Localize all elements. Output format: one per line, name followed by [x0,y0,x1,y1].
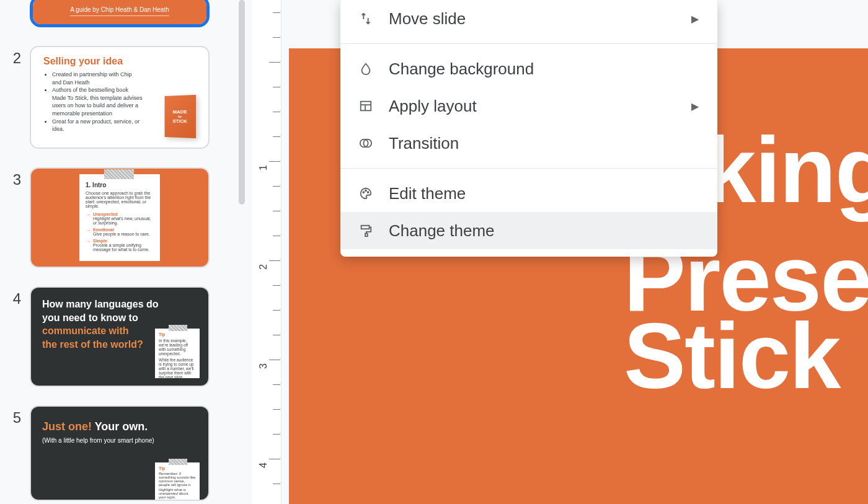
tip-heading: Tip [159,332,196,337]
thumbnail-row-4: 4 How many languages do you need to know… [0,286,228,387]
slide5-sub: (With a little help from your smart phon… [42,437,197,444]
slide5-title: Just one! Your own. [42,420,197,433]
tip-heading: Tip [159,466,196,471]
svg-rect-7 [365,234,368,237]
svg-point-4 [365,190,366,192]
menu-label: Change background [389,60,699,79]
layout-icon [359,99,389,113]
slide5-title-b: Your own. [92,420,148,433]
slide4-line: communicate with [42,325,129,336]
transition-icon [359,136,389,150]
slide3-lead: Choose one approach to grab the audience… [86,191,154,208]
slide3-desc: Give people a reason to care. [93,232,150,236]
menu-label: Move slide [389,9,691,29]
menu-label: Transition [389,134,699,153]
thumbnail-number: 3 [0,167,30,188]
book-word: MADE [165,109,197,115]
ruler-label: 4 [258,462,269,468]
slide2-bullet: Authors of the bestselling book Made To … [52,86,143,117]
svg-rect-6 [361,226,370,229]
menu-label: Change theme [389,221,699,241]
slide3-desc: Provide a simple unifying message for wh… [93,243,149,252]
book-word: STICK [165,118,197,124]
slide2-book-image: MADE to STICK [165,95,197,138]
svg-point-5 [368,192,369,193]
slide-thumbnail-panel: A guide by Chip Heath & Dan Heath 2 Sell… [0,0,236,504]
slide3-key: Unexpected [93,212,154,216]
slide2-title: Selling your idea [43,56,196,67]
thumbnail-row-3: 3 1. Intro Choose one approach to grab t… [0,167,228,268]
thumbnail-number: 4 [0,286,30,307]
menu-item-move-slide[interactable]: Move slide ▶ [340,0,717,37]
thumbnail-slide-2[interactable]: Selling your idea Created in partnership… [30,46,210,149]
slide3-key: Emotional [93,228,150,232]
thumbnail-row-2: 2 Selling your idea Created in partnersh… [0,46,228,149]
thumbnail-scrollbar-thumb[interactable] [239,0,245,205]
paint-roller-icon [359,224,389,237]
menu-label: Edit theme [389,184,699,203]
menu-item-transition[interactable]: Transition [340,125,717,162]
move-slide-icon [359,12,389,25]
slide2-bullet: Created in partnership with Chip and Dan… [52,71,143,86]
tip-text: In this example, we're leading off with … [159,338,196,356]
svg-point-3 [363,192,364,193]
menu-item-apply-layout[interactable]: Apply layout ▶ [340,87,717,125]
slide2-bullets: Created in partnership with Chip and Dan… [43,71,143,133]
canvas-title-fragment: king [704,117,868,224]
menu-item-change-theme[interactable]: Change theme [340,212,717,249]
tip-text: While the audience is trying to come up … [159,358,196,379]
vertical-ruler[interactable]: 1 2 3 4 [252,0,281,504]
menu-separator [340,43,717,44]
submenu-arrow-icon: ▶ [691,13,699,25]
thumbnail-slide-4[interactable]: How many languages do you need to know t… [30,286,210,387]
thumbnail-slide-5[interactable]: Just one! Your own. (With a little help … [30,405,210,501]
slide3-heading: 1. Intro [86,182,154,188]
slide-context-menu: Move slide ▶ Change background Apply lay… [340,0,717,257]
submenu-arrow-icon: ▶ [691,100,699,112]
slide1-subtitle: A guide by Chip Heath & Dan Heath [70,6,169,16]
slide4-line: you need to know to [42,312,138,323]
slide4-line: How many languages do [42,299,159,309]
ruler-label: 1 [258,165,269,170]
thumbnail-number: 5 [0,405,30,427]
thumbnail-slide-1[interactable]: A guide by Chip Heath & Dan Heath [30,0,210,27]
menu-label: Apply layout [389,97,691,116]
thumbnail-scrollbar-track[interactable] [239,0,246,504]
slide3-desc: Highlight what's new, unusual, or surpri… [93,216,151,225]
menu-item-change-background[interactable]: Change background [340,50,717,87]
slide5-title-a: Just one! [42,420,92,433]
thumbnail-row-5: 5 Just one! Your own. (With a little hel… [0,405,228,501]
menu-item-edit-theme[interactable]: Edit theme [340,175,717,212]
thumbnail-row-1: A guide by Chip Heath & Dan Heath [0,0,228,27]
slide2-bullet: Great for a new product, service, or ide… [52,118,143,133]
menu-separator [340,168,717,169]
canvas-title-fragment: Stick [624,303,840,410]
palette-icon [359,187,389,200]
ruler-label: 3 [258,363,269,369]
tip-text: Highlight what is unexpected about your … [159,488,196,499]
tip-text: Remember: if something sounds like commo… [159,472,196,487]
slide3-key: Simple [93,239,154,243]
slide4-line: the rest of the world? [42,339,143,350]
slide4-tip-card: Tip In this example, we're leading off w… [155,329,200,378]
droplet-icon [359,62,389,76]
thumbnail-number: 2 [0,46,30,67]
slide5-tip-card: Tip Remember: if something sounds like c… [155,462,200,500]
thumbnail-slide-3[interactable]: 1. Intro Choose one approach to grab the… [30,167,210,268]
slide3-note-card: 1. Intro Choose one approach to grab the… [79,174,160,261]
ruler-label: 2 [258,264,269,270]
